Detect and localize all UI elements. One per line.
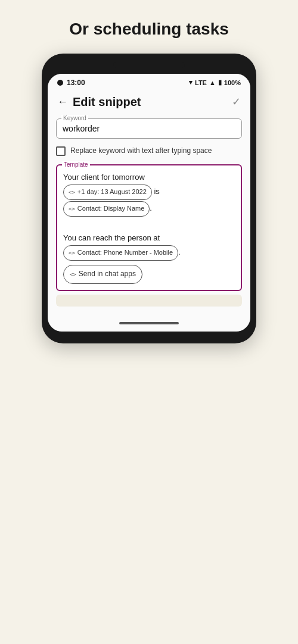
confirm-button[interactable]: ✓	[232, 95, 241, 108]
is-text: is	[154, 187, 159, 196]
chip-phone[interactable]: <> Contact: Phone Number - Mobile	[63, 245, 178, 261]
dropdown-area: ▭ Action › Contact	[48, 291, 250, 310]
chip-code-icon2: <>	[69, 204, 75, 214]
screen-title: Edit snippet	[73, 95, 141, 109]
battery-label: 100%	[224, 79, 241, 86]
bottom-bar	[48, 310, 250, 332]
screen-content: Keyword workorder Replace keyword with t…	[48, 114, 250, 291]
replace-keyword-checkbox[interactable]	[56, 146, 66, 156]
chip-phone-label: Contact: Phone Number - Mobile	[77, 247, 173, 259]
signal-bars-icon: ▲	[209, 79, 216, 86]
phone-frame: 13:00 ▾ LTE ▲ ▮ 100% ← Edit snippet ✓	[42, 54, 256, 343]
back-button[interactable]: ←	[57, 96, 68, 108]
dot2: .	[178, 248, 181, 257]
phone-notch	[113, 62, 185, 68]
chip-code-icon: <>	[69, 187, 75, 197]
status-time: 13:00	[67, 79, 85, 87]
header-bar: ← Edit snippet ✓	[48, 89, 250, 114]
page-title: Or scheduling tasks	[42, 0, 256, 54]
send-chip-label: Send in chat apps	[79, 268, 136, 281]
template-line1: Your client for tomorrow	[63, 173, 145, 182]
signal-label: LTE	[195, 79, 207, 86]
chip-date[interactable]: <> +1 day: 13 August 2022	[63, 185, 152, 200]
status-left: 13:00	[57, 79, 85, 87]
template-content: Your client for tomorrow <> +1 day: 13 A…	[63, 170, 235, 284]
wifi-icon: ▾	[189, 79, 193, 86]
phone-screen: 13:00 ▾ LTE ▲ ▮ 100% ← Edit snippet ✓	[48, 74, 250, 332]
page-wrapper: Or scheduling tasks 13:00 ▾ LTE ▲ ▮ 100%	[42, 0, 256, 343]
template-label: Template	[62, 161, 90, 168]
camera-icon	[57, 80, 63, 86]
keyword-label: Keyword	[61, 115, 88, 121]
replace-keyword-label: Replace keyword with text after typing s…	[70, 146, 212, 156]
template-below	[48, 291, 250, 310]
home-indicator	[119, 322, 179, 324]
chip-date-label: +1 day: 13 August 2022	[77, 186, 147, 198]
keyword-field[interactable]: Keyword workorder	[56, 118, 242, 139]
status-right: ▾ LTE ▲ ▮ 100%	[189, 79, 241, 86]
template-field: Template Your client for tomorrow <> +1 …	[56, 164, 242, 291]
header-left: ← Edit snippet	[57, 95, 141, 109]
dot1: .	[150, 204, 152, 212]
status-bar: 13:00 ▾ LTE ▲ ▮ 100%	[48, 74, 250, 89]
template-below-field	[56, 295, 242, 307]
chip-contact-label: Contact: Display Name	[77, 203, 145, 215]
replace-keyword-row[interactable]: Replace keyword with text after typing s…	[56, 146, 242, 156]
battery-icon: ▮	[218, 79, 222, 86]
template-line2: You can reach the person at	[63, 233, 160, 242]
chip-contact-name[interactable]: <> Contact: Display Name	[63, 201, 150, 217]
keyword-value: workorder	[63, 121, 235, 133]
chip-code-icon4: <>	[70, 270, 76, 279]
chip-code-icon3: <>	[69, 248, 75, 258]
send-in-chat-chip[interactable]: <> Send in chat apps	[63, 265, 142, 284]
